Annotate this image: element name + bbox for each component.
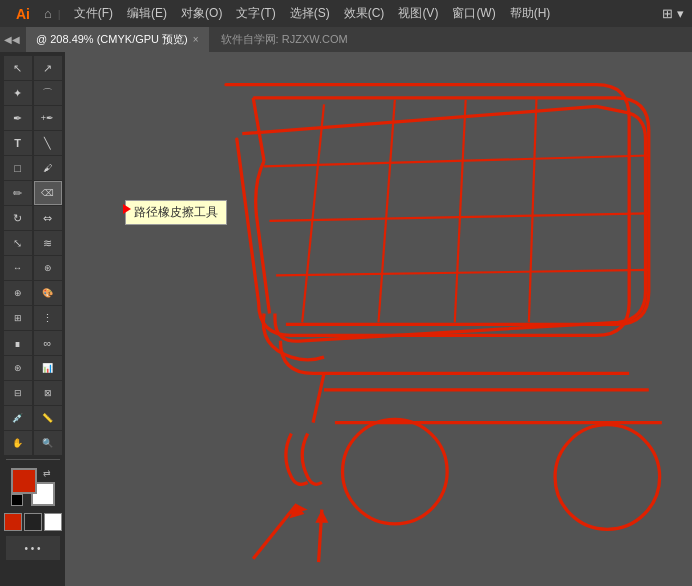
artboard-tool[interactable]: ⊟ [4, 381, 32, 405]
menu-effect[interactable]: 效果(C) [337, 3, 392, 24]
tool-row-4: T ╲ [0, 131, 65, 155]
menu-edit[interactable]: 编辑(E) [120, 3, 174, 24]
menu-select[interactable]: 选择(S) [283, 3, 337, 24]
direct-selection-tool[interactable]: ↗ [34, 56, 62, 80]
more-tools-row: • • • [6, 536, 60, 560]
hand-tool[interactable]: ✋ [4, 431, 32, 455]
scale-tool[interactable]: ⤡ [4, 231, 32, 255]
gradient-tool[interactable]: ∎ [4, 331, 32, 355]
menu-bar: 文件(F) 编辑(E) 对象(O) 文字(T) 选择(S) 效果(C) 视图(V… [67, 3, 558, 24]
slice-tool[interactable]: ⊠ [34, 381, 62, 405]
path-eraser-tool[interactable]: ⌫ [34, 181, 62, 205]
selection-tool[interactable]: ↖ [4, 56, 32, 80]
measure-tool[interactable]: 📏 [34, 406, 62, 430]
svg-marker-18 [315, 510, 328, 523]
shape-builder-tool[interactable]: ⊕ [4, 281, 32, 305]
svg-line-3 [302, 104, 324, 322]
fill-stroke-swatches: ⇄ [11, 468, 55, 506]
menu-object[interactable]: 对象(O) [174, 3, 229, 24]
color-swatch[interactable] [4, 513, 22, 531]
pencil-tool[interactable]: ✏ [4, 181, 32, 205]
perspective-grid-tool[interactable]: ⊞ [4, 306, 32, 330]
tool-row-6: ✏ ⌫ [0, 181, 65, 205]
tool-arrow-indicator [123, 204, 131, 214]
warp-tool[interactable]: ≋ [34, 231, 62, 255]
canvas-area[interactable]: 路径橡皮擦工具 [65, 52, 692, 586]
tool-row-2: ✦ ⌒ [0, 81, 65, 105]
more-tools-button[interactable]: • • • [6, 536, 60, 560]
blend-tool[interactable]: ∞ [34, 331, 62, 355]
tab-close-button[interactable]: × [193, 34, 199, 45]
live-paint-tool[interactable]: 🎨 [34, 281, 62, 305]
column-graph-tool[interactable]: 📊 [34, 356, 62, 380]
tool-row-12: ∎ ∞ [0, 331, 65, 355]
tool-row-15: 💉 📏 [0, 406, 65, 430]
tool-row-8: ⤡ ≋ [0, 231, 65, 255]
fill-swatch[interactable] [11, 468, 37, 494]
add-anchor-tool[interactable]: +✒ [34, 106, 62, 130]
grid-icon[interactable]: ⊞ ▾ [662, 6, 684, 21]
menu-view[interactable]: 视图(V) [391, 3, 445, 24]
zoom-tool[interactable]: 🔍 [34, 431, 62, 455]
tool-row-9: ↔ ⊛ [0, 256, 65, 280]
line-tool[interactable]: ╲ [34, 131, 62, 155]
white-swatch[interactable] [44, 513, 62, 531]
toolbar-separator [6, 459, 60, 460]
reflect-tool[interactable]: ⇔ [34, 206, 62, 230]
tool-row-7: ↻ ⇔ [0, 206, 65, 230]
tool-row-14: ⊟ ⊠ [0, 381, 65, 405]
menu-window[interactable]: 窗口(W) [445, 3, 502, 24]
default-colors-icon[interactable] [11, 494, 23, 506]
type-tool[interactable]: T [4, 131, 32, 155]
menu-file[interactable]: 文件(F) [67, 3, 120, 24]
rotate-tool[interactable]: ↻ [4, 206, 32, 230]
swap-colors-icon[interactable]: ⇄ [43, 468, 55, 480]
tab-bar: ◀◀ @ 208.49% (CMYK/GPU 预览) × 软件自学网: RJZX… [0, 27, 692, 52]
fill-swatch-inner [13, 470, 35, 492]
menu-type[interactable]: 文字(T) [229, 3, 282, 24]
ai-logo: Ai [8, 6, 38, 22]
panel-collapse-icon[interactable]: ◀◀ [4, 34, 20, 45]
main-area: ↖ ↗ ✦ ⌒ ✒ +✒ T ╲ □ 🖌 ✏ ⌫ ↻ ⇔ [0, 52, 692, 586]
eyedropper-tool[interactable]: 💉 [4, 406, 32, 430]
svg-point-11 [343, 419, 448, 524]
tool-row-13: ⊛ 📊 [0, 356, 65, 380]
svg-line-9 [276, 270, 649, 275]
watermark-text: 软件自学网: RJZXW.COM [221, 32, 348, 47]
tool-row-16: ✋ 🔍 [0, 431, 65, 455]
black-swatch[interactable] [24, 513, 42, 531]
svg-line-2 [253, 98, 264, 161]
menu-help[interactable]: 帮助(H) [503, 3, 558, 24]
lasso-tool[interactable]: ⌒ [34, 81, 62, 105]
svg-point-12 [555, 425, 660, 530]
divider: | [58, 8, 61, 20]
title-bar: Ai ⌂ | 文件(F) 编辑(E) 对象(O) 文字(T) 选择(S) 效果(… [0, 0, 692, 27]
active-tab[interactable]: @ 208.49% (CMYK/GPU 预览) × [26, 27, 209, 52]
tool-row-10: ⊕ 🎨 [0, 281, 65, 305]
svg-line-5 [455, 100, 466, 322]
tool-row-3: ✒ +✒ [0, 106, 65, 130]
pen-tool[interactable]: ✒ [4, 106, 32, 130]
symbol-sprayer-tool[interactable]: ⊛ [4, 356, 32, 380]
free-transform-tool[interactable]: ⊛ [34, 256, 62, 280]
mesh-tool[interactable]: ⋮ [34, 306, 62, 330]
tooltip: 路径橡皮擦工具 [125, 200, 227, 225]
paintbrush-tool[interactable]: 🖌 [34, 156, 62, 180]
svg-line-7 [264, 156, 649, 167]
toolbar: ↖ ↗ ✦ ⌒ ✒ +✒ T ╲ □ 🖌 ✏ ⌫ ↻ ⇔ [0, 52, 65, 586]
magic-wand-tool[interactable]: ✦ [4, 81, 32, 105]
tab-label: @ 208.49% (CMYK/GPU 预览) [36, 32, 188, 47]
bottom-swatches [4, 513, 62, 531]
tool-row-1: ↖ ↗ [0, 56, 65, 80]
tool-row-11: ⊞ ⋮ [0, 306, 65, 330]
svg-line-6 [529, 98, 537, 322]
canvas-svg [65, 52, 692, 586]
tool-row-5: □ 🖌 [0, 156, 65, 180]
svg-line-4 [379, 100, 395, 322]
rect-tool[interactable]: □ [4, 156, 32, 180]
home-icon[interactable]: ⌂ [44, 6, 52, 21]
color-area: ⇄ [7, 464, 59, 510]
width-tool[interactable]: ↔ [4, 256, 32, 280]
